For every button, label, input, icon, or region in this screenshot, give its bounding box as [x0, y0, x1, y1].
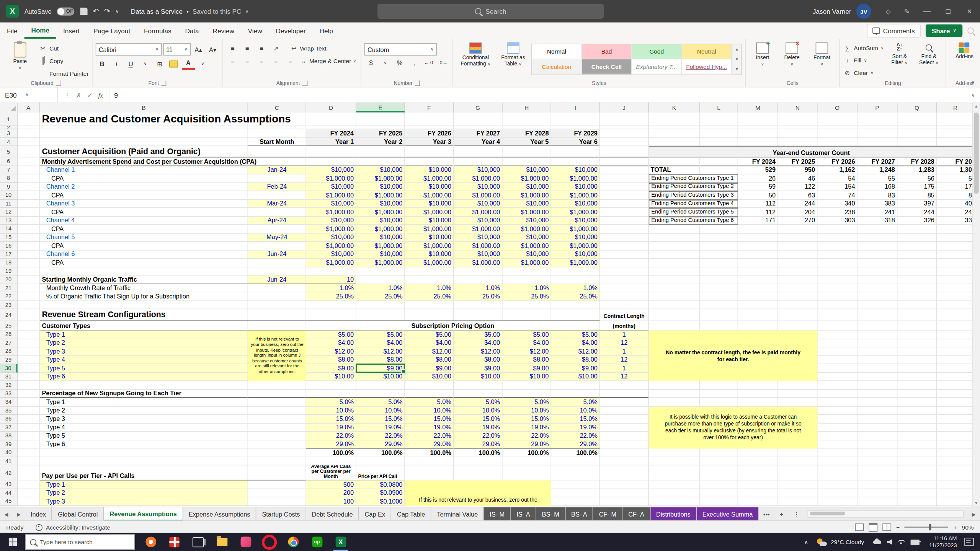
cell-F23[interactable]	[405, 301, 454, 309]
cell-H22[interactable]: 25.0%	[503, 292, 551, 301]
name-box[interactable]: E30 ∨	[0, 88, 58, 103]
sheet-tab-startup-costs[interactable]: Startup Costs	[256, 507, 306, 521]
cell-H14[interactable]: $1,000.00	[503, 225, 551, 233]
cell-I12[interactable]: $1,000.00	[551, 208, 600, 217]
cell-O39[interactable]	[818, 440, 858, 448]
column-header-C[interactable]: C	[248, 103, 306, 112]
cell-E29[interactable]: $8.00	[356, 356, 405, 364]
cell-A19[interactable]	[18, 267, 40, 276]
cell-K17[interactable]	[649, 250, 700, 259]
row-header-18[interactable]: 18	[0, 259, 18, 267]
vertical-scrollbar[interactable]: ▲ ▼	[972, 103, 980, 507]
cell-R9[interactable]: 17	[937, 183, 972, 191]
cell-C45[interactable]	[248, 497, 306, 506]
row-header-31[interactable]: 31	[0, 373, 18, 381]
cell-B3[interactable]	[40, 129, 248, 138]
cell-K23[interactable]	[649, 301, 700, 309]
cell-L40[interactable]	[700, 448, 738, 457]
opera-icon[interactable]	[258, 533, 281, 551]
cell-Q41[interactable]	[897, 457, 937, 465]
cell-J26[interactable]: 1	[600, 331, 648, 339]
cell-O9[interactable]: 154	[818, 183, 858, 191]
cell-E33[interactable]	[356, 390, 405, 398]
cell-C19[interactable]	[248, 267, 306, 276]
cell-P3[interactable]	[858, 129, 897, 138]
cell-G35[interactable]: 10.0%	[454, 406, 502, 415]
cell-G38[interactable]: 22.0%	[454, 432, 502, 440]
photos-app-icon[interactable]	[234, 533, 258, 551]
cell-Q45[interactable]	[897, 497, 937, 506]
row-header-8[interactable]: 8	[0, 174, 18, 183]
cell-J12[interactable]	[600, 208, 648, 217]
cell-J43[interactable]	[600, 481, 648, 489]
cell-N16[interactable]	[778, 242, 818, 250]
cell-E1[interactable]	[356, 112, 405, 126]
cell-I34[interactable]: 5.0%	[551, 398, 600, 406]
clear-button[interactable]: ⊘Clear∨	[843, 67, 884, 78]
cell-G20[interactable]	[454, 276, 502, 284]
cell-D4[interactable]: Year 1	[306, 138, 356, 146]
cell-J45[interactable]	[600, 497, 648, 506]
cell-A9[interactable]	[18, 183, 40, 191]
cell-I17[interactable]: $10,000	[551, 250, 600, 259]
cell-H11[interactable]: $10,000	[503, 200, 551, 208]
cell-P44[interactable]	[858, 489, 897, 497]
cell-K5[interactable]: Year-end Customer Count	[649, 146, 973, 157]
sheet-tab-bs-a[interactable]: BS- A	[565, 507, 593, 521]
sheet-tab-is-a[interactable]: IS- A	[511, 507, 536, 521]
cell-E41[interactable]	[356, 457, 405, 465]
cell-N23[interactable]	[778, 301, 818, 309]
cell-A18[interactable]	[18, 259, 40, 267]
cell-K15[interactable]	[649, 233, 700, 242]
bold-button[interactable]: B	[96, 59, 109, 69]
cell-I32[interactable]	[551, 381, 600, 390]
cell-style-followed-hyp[interactable]: Followed Hyp...	[682, 59, 732, 74]
cell-C8[interactable]	[248, 174, 306, 183]
cell-G28[interactable]: $12.00	[454, 347, 502, 356]
cell-R27[interactable]	[937, 339, 972, 347]
cell-K20[interactable]	[649, 276, 700, 284]
cell-C24[interactable]	[248, 309, 306, 320]
insert-cells-button[interactable]: + Insert∨	[749, 41, 776, 67]
cell-P39[interactable]	[858, 440, 897, 448]
cell-G23[interactable]	[454, 301, 502, 309]
cell-J6[interactable]	[600, 157, 648, 166]
notification-center-icon[interactable]	[964, 538, 973, 546]
cell-N9[interactable]: 122	[778, 183, 818, 191]
cell-G36[interactable]: 15.0%	[454, 415, 502, 423]
cell-G17[interactable]: $10,000	[454, 250, 502, 259]
cell-R8[interactable]: 5	[937, 174, 972, 183]
font-color-icon[interactable]: A	[182, 57, 195, 70]
cell-J20[interactable]	[600, 276, 648, 284]
cell-J40[interactable]	[600, 448, 648, 457]
cell-R37[interactable]	[937, 423, 972, 432]
cell-F26[interactable]: $5.00	[405, 331, 454, 339]
cell-P22[interactable]	[858, 292, 897, 301]
cell-B31[interactable]: Type 6	[40, 373, 248, 381]
cell-R16[interactable]	[937, 242, 972, 250]
cell-I5[interactable]	[551, 146, 600, 157]
cell-P23[interactable]	[858, 301, 897, 309]
cell-J8[interactable]	[600, 174, 648, 183]
cell-F34[interactable]: 5.0%	[405, 398, 454, 406]
name-box-dropdown-icon[interactable]: ∨	[25, 93, 28, 98]
cell-M10[interactable]: 50	[738, 191, 778, 200]
cell-D11[interactable]: $10,000	[306, 200, 356, 208]
cell-R17[interactable]	[937, 250, 972, 259]
cell-H8[interactable]: $1,000.00	[503, 174, 551, 183]
cell-N24[interactable]	[778, 309, 818, 320]
increase-font-size-icon[interactable]: A▴	[192, 44, 205, 55]
cell-H17[interactable]: $10,000	[503, 250, 551, 259]
italic-button[interactable]: I	[110, 59, 123, 69]
column-header-F[interactable]: F	[405, 103, 454, 112]
cell-A21[interactable]	[18, 284, 40, 292]
cell-H19[interactable]	[503, 267, 551, 276]
cell-N22[interactable]	[778, 292, 818, 301]
cell-R10[interactable]: 8	[937, 191, 972, 200]
row-header-4[interactable]: 4	[0, 138, 18, 146]
cell-Q15[interactable]	[897, 233, 937, 242]
align-middle-icon[interactable]: ≡	[240, 43, 253, 54]
row-header-22[interactable]: 22	[0, 292, 18, 301]
column-header-A[interactable]: A	[18, 103, 40, 112]
qat-customize-icon[interactable]: ∨	[115, 8, 119, 14]
